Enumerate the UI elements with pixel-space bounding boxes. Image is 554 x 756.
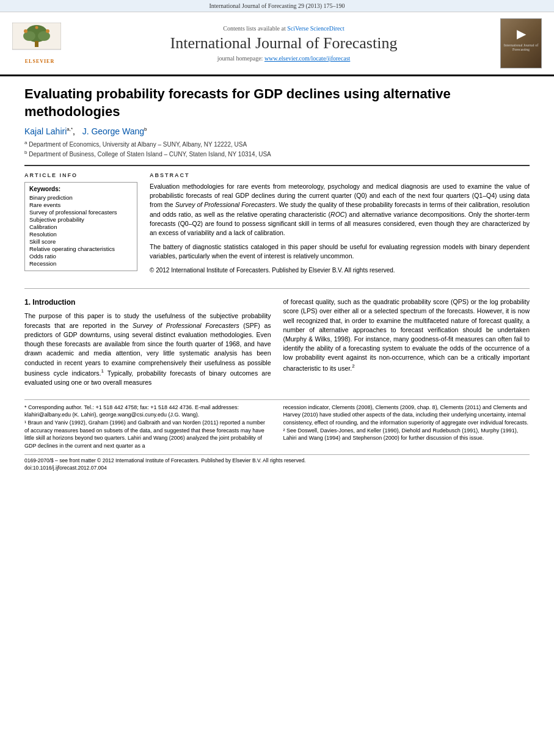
page-content: Evaluating probability forecasts for GDP… <box>0 76 554 478</box>
abstract-p1: Evaluation methodologies for rare events… <box>150 182 530 238</box>
bottom-bar: 0169-2070/$ – see front matter © 2012 In… <box>24 454 530 472</box>
keyword-3: Survey of professional forecasters <box>29 209 133 216</box>
author-2-name: J. George Wang <box>82 126 144 136</box>
body-col-1: 1. Introduction The purpose of this pape… <box>24 297 271 391</box>
keywords-box: Keywords: Binary prediction Rare events … <box>24 182 137 271</box>
keywords-title: Keywords: <box>29 186 133 192</box>
journal-citation: International Journal of Forecasting 29 … <box>0 0 554 12</box>
keyword-2: Rare events <box>29 202 133 208</box>
journal-main-title: International Journal of Forecasting <box>67 34 500 53</box>
bottom-bar-doi: doi:10.1016/j.ijforecast.2012.07.004 <box>24 465 530 472</box>
contents-available: Contents lists available at SciVerse Sci… <box>67 25 500 32</box>
abstract-body: Evaluation methodologies for rare events… <box>150 182 530 275</box>
section-divider <box>24 288 530 289</box>
svg-point-7 <box>35 26 38 29</box>
footnotes-section: * Corresponding author. Tel.: +1 518 442… <box>24 399 530 450</box>
journal-title-block: Contents lists available at SciVerse Sci… <box>67 25 500 62</box>
sciverse-link[interactable]: SciVerse ScienceDirect <box>287 25 344 32</box>
svg-point-5 <box>24 29 27 33</box>
citation-text: International Journal of Forecasting 29 … <box>209 2 344 9</box>
elsevier-label: ELSEVIER <box>12 59 67 64</box>
keyword-9: Odds ratio <box>29 253 133 260</box>
journal-cover-thumbnail: ▶ International Journal of Forecasting <box>500 18 542 68</box>
body-col2-p1: of forecast quality, such as the quadrat… <box>283 297 530 373</box>
keyword-1: Binary prediction <box>29 194 133 201</box>
svg-rect-4 <box>35 41 38 47</box>
affil-1: a Department of Economics, University at… <box>24 140 530 148</box>
elsevier-logo: ELSEVIER <box>12 23 67 64</box>
author-2-sup: b <box>144 127 147 133</box>
author-1-sup: a,* <box>67 127 73 133</box>
homepage-link[interactable]: www.elsevier.com/locate/ijforecast <box>264 55 350 62</box>
section-1-title: 1. Introduction <box>24 297 271 308</box>
journal-homepage: journal homepage: www.elsevier.com/locat… <box>67 55 500 62</box>
article-info-heading: ARTICLE INFO <box>24 172 137 178</box>
star-footnote: * Corresponding author. Tel.: +1 518 442… <box>24 404 271 419</box>
footnote-col-2: recession indicator, Clements (2008), Cl… <box>283 404 530 450</box>
header-divider <box>24 165 530 166</box>
abstract-heading: ABSTRACT <box>150 172 530 178</box>
body-section: 1. Introduction The purpose of this pape… <box>24 297 530 391</box>
bottom-bar-text: 0169-2070/$ – see front matter © 2012 In… <box>24 457 530 465</box>
abstract-copyright: © 2012 International Institute of Foreca… <box>150 266 530 275</box>
affiliations: a Department of Economics, University at… <box>24 140 530 158</box>
play-icon: ▶ <box>517 26 526 41</box>
keyword-8: Relative operating characteristics <box>29 245 133 252</box>
keyword-10: Recession <box>29 260 133 267</box>
keyword-4: Subjective probability <box>29 216 133 223</box>
affil-2: b Department of Business, College of Sta… <box>24 150 530 158</box>
body-col-2: of forecast quality, such as the quadrat… <box>283 297 530 391</box>
keyword-5: Calibration <box>29 224 133 230</box>
svg-point-6 <box>46 29 49 33</box>
footnote-col-1: * Corresponding author. Tel.: +1 518 442… <box>24 404 271 450</box>
keyword-7: Skill score <box>29 238 133 245</box>
journal-header: ELSEVIER Contents lists available at Sci… <box>0 12 554 76</box>
cover-text: International Journal of Forecasting <box>503 43 539 52</box>
body-col1-p1: The purpose of this paper is to study th… <box>24 311 271 387</box>
abstract-p2: The battery of diagnostic statistics cat… <box>150 242 530 261</box>
article-title: Evaluating probability forecasts for GDP… <box>24 85 530 120</box>
article-info-abstract: ARTICLE INFO Keywords: Binary prediction… <box>24 172 530 280</box>
author-1-name: Kajal Lahiri <box>24 126 67 136</box>
footnote-1: ¹ Braun and Yaniv (1992), Graham (1996) … <box>24 419 271 449</box>
abstract-col: ABSTRACT Evaluation methodologies for ra… <box>150 172 530 280</box>
keyword-6: Resolution <box>29 231 133 238</box>
authors-line: Kajal Lahiria,*, J. George Wangb <box>24 126 530 136</box>
footnote-1b: recession indicator, Clements (2008), Cl… <box>283 404 530 427</box>
footnote-2: ² See Doswell, Davies-Jones, and Keller … <box>283 427 530 442</box>
article-info-col: ARTICLE INFO Keywords: Binary prediction… <box>24 172 137 280</box>
